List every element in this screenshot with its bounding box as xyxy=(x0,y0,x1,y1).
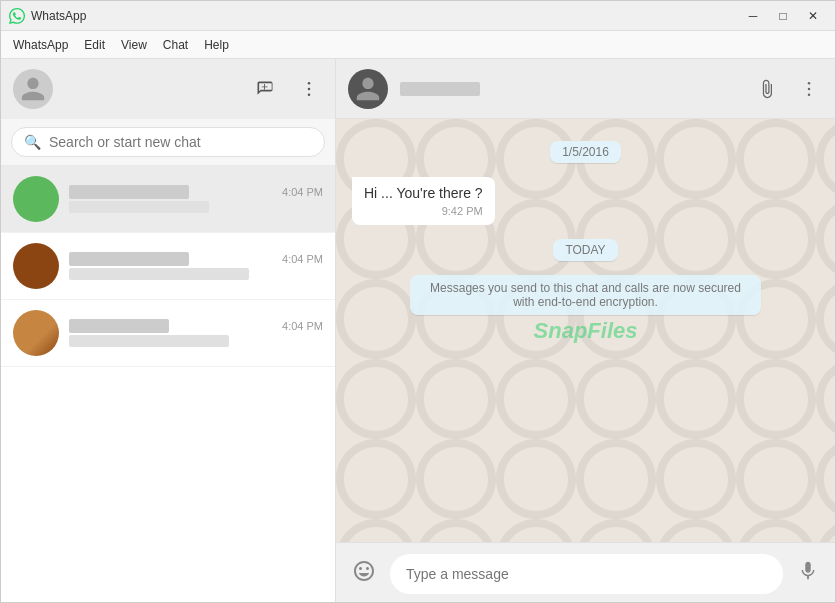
minimize-button[interactable]: ─ xyxy=(739,6,767,26)
date-badge-today: TODAY xyxy=(553,239,617,261)
close-button[interactable]: ✕ xyxy=(799,6,827,26)
chat-preview-3 xyxy=(69,335,229,347)
more-options-button[interactable] xyxy=(295,75,323,103)
active-chat-avatar-icon xyxy=(354,75,382,103)
maximize-button[interactable]: □ xyxy=(769,6,797,26)
chat-messages: SnapFiles 1/5/2016 Hi ... You're there ?… xyxy=(336,119,835,542)
left-header xyxy=(1,59,335,119)
svg-point-2 xyxy=(308,94,311,97)
chat-time-2: 4:04 PM xyxy=(282,253,323,265)
new-chat-icon xyxy=(255,79,275,99)
search-input[interactable] xyxy=(49,134,312,150)
mic-button[interactable] xyxy=(793,556,823,591)
chat-header-info xyxy=(400,82,480,96)
chat-name-row-2: 4:04 PM xyxy=(69,252,323,266)
new-chat-button[interactable] xyxy=(251,75,279,103)
chat-avatar-1 xyxy=(13,176,59,222)
mic-icon xyxy=(797,560,819,582)
chat-preview-2 xyxy=(69,268,249,280)
chat-item[interactable]: 4:04 PM xyxy=(1,300,335,367)
chat-avatar-3 xyxy=(13,310,59,356)
user-avatar-icon xyxy=(19,75,47,103)
menu-help[interactable]: Help xyxy=(196,35,237,55)
chat-more-options-button[interactable] xyxy=(795,75,823,103)
chat-item[interactable]: 4:04 PM xyxy=(1,233,335,300)
chat-input-bar xyxy=(336,542,835,603)
user-avatar[interactable] xyxy=(13,69,53,109)
date-badge-1: 1/5/2016 xyxy=(550,141,621,163)
message-text-1: Hi ... You're there ? xyxy=(364,185,483,201)
svg-point-3 xyxy=(808,81,811,84)
menu-edit[interactable]: Edit xyxy=(76,35,113,55)
message-time-1: 9:42 PM xyxy=(364,205,483,217)
title-bar-left: WhatsApp xyxy=(9,8,86,24)
menu-chat[interactable]: Chat xyxy=(155,35,196,55)
emoji-icon xyxy=(352,559,376,583)
left-header-actions xyxy=(251,75,323,103)
chat-avatar-2 xyxy=(13,243,59,289)
app-icon xyxy=(9,8,25,24)
window-title: WhatsApp xyxy=(31,9,86,23)
chat-header xyxy=(336,59,835,119)
svg-point-1 xyxy=(308,88,311,91)
chat-info-3: 4:04 PM xyxy=(69,319,323,347)
chat-header-left xyxy=(348,69,480,109)
more-options-icon xyxy=(299,79,319,99)
message-bubble-received: Hi ... You're there ? 9:42 PM xyxy=(352,177,495,225)
message-input[interactable] xyxy=(390,554,783,594)
chat-name-1 xyxy=(69,185,189,199)
chat-preview-1 xyxy=(69,201,209,213)
chat-info-1: 4:04 PM xyxy=(69,185,323,213)
watermark: SnapFiles xyxy=(534,318,638,344)
chat-item[interactable]: 4:04 PM xyxy=(1,166,335,233)
search-icon: 🔍 xyxy=(24,134,41,150)
search-input-wrap: 🔍 xyxy=(11,127,325,157)
search-bar: 🔍 xyxy=(1,119,335,166)
title-bar: WhatsApp ─ □ ✕ xyxy=(1,1,835,31)
chat-info-2: 4:04 PM xyxy=(69,252,323,280)
chat-time-3: 4:04 PM xyxy=(282,320,323,332)
chat-name-row-1: 4:04 PM xyxy=(69,185,323,199)
svg-point-0 xyxy=(308,82,311,85)
emoji-button[interactable] xyxy=(348,555,380,593)
chat-more-options-icon xyxy=(799,79,819,99)
svg-point-4 xyxy=(808,87,811,90)
attach-icon xyxy=(757,79,777,99)
chat-name-3 xyxy=(69,319,169,333)
svg-point-5 xyxy=(808,93,811,96)
chat-name-2 xyxy=(69,252,189,266)
left-panel: 🔍 4:04 PM xyxy=(1,59,336,603)
chat-header-actions xyxy=(753,75,823,103)
chat-list: 4:04 PM 4:04 PM xyxy=(1,166,335,603)
chat-time-1: 4:04 PM xyxy=(282,186,323,198)
chat-name-row-3: 4:04 PM xyxy=(69,319,323,333)
chat-header-name xyxy=(400,82,480,96)
active-chat-avatar xyxy=(348,69,388,109)
right-panel: SnapFiles 1/5/2016 Hi ... You're there ?… xyxy=(336,59,835,603)
menu-view[interactable]: View xyxy=(113,35,155,55)
menu-whatsapp[interactable]: WhatsApp xyxy=(5,35,76,55)
attach-button[interactable] xyxy=(753,75,781,103)
window-controls: ─ □ ✕ xyxy=(739,6,827,26)
app-body: 🔍 4:04 PM xyxy=(1,59,835,603)
system-message: Messages you send to this chat and calls… xyxy=(410,275,760,315)
menu-bar: WhatsApp Edit View Chat Help xyxy=(1,31,835,59)
